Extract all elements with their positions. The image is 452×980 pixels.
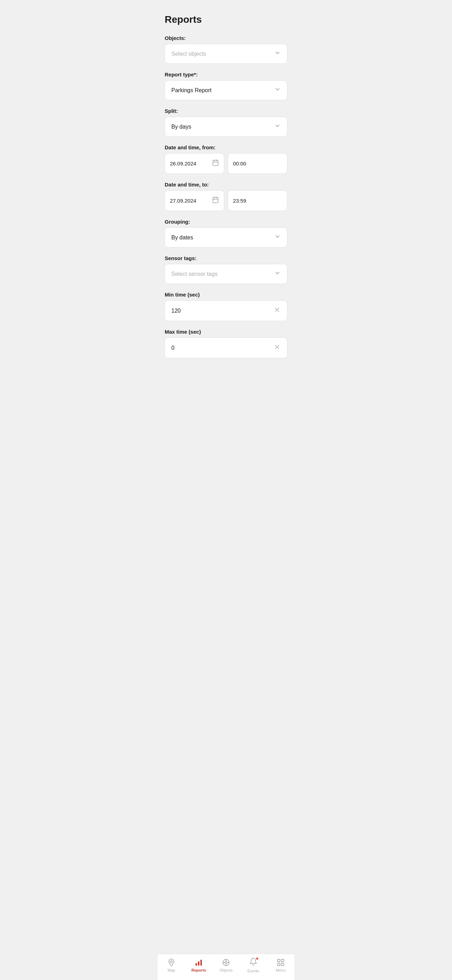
date-from-value: 26.09.2024 (170, 161, 196, 167)
grouping-field-group: Grouping: By dates (165, 219, 287, 247)
nav-item-objects[interactable]: Objects (212, 958, 240, 972)
date-from-row: 26.09.2024 00:00 (165, 153, 287, 174)
split-select[interactable]: By days (165, 117, 287, 137)
svg-point-12 (170, 961, 172, 963)
time-from-picker[interactable]: 00:00 (228, 153, 287, 174)
max-time-label: Max time (sec) (165, 329, 287, 335)
report-type-select[interactable]: Parkings Report (165, 80, 287, 100)
split-field-group: Split: By days (165, 108, 287, 137)
reports-icon (194, 958, 203, 967)
date-to-picker[interactable]: 27.09.2024 (165, 190, 224, 211)
report-type-label: Report type*: (165, 72, 287, 78)
min-time-field-group: Min time (sec) 120 (165, 292, 287, 321)
calendar-icon (212, 159, 219, 168)
map-icon (167, 958, 175, 967)
chevron-down-icon (274, 86, 281, 94)
svg-rect-4 (213, 197, 218, 203)
nav-item-reports[interactable]: Reports (185, 958, 212, 972)
objects-field-group: Objects: Select objects (165, 35, 287, 64)
clear-max-time-icon[interactable] (274, 344, 281, 352)
date-to-label: Date and time, to: (165, 181, 287, 188)
objects-placeholder: Select objects (171, 51, 206, 57)
date-to-field-group: Date and time, to: 27.09.2024 23:59 (165, 181, 287, 211)
sensor-tags-label: Sensor tags: (165, 255, 287, 261)
svg-rect-15 (201, 960, 202, 966)
svg-rect-24 (277, 963, 280, 966)
calendar-icon (212, 196, 219, 205)
svg-rect-23 (282, 959, 284, 962)
min-time-input[interactable]: 120 (165, 301, 287, 321)
max-time-field-group: Max time (sec) 0 (165, 329, 287, 358)
svg-rect-0 (213, 160, 218, 165)
date-from-picker[interactable]: 26.09.2024 (165, 153, 224, 174)
date-to-value: 27.09.2024 (170, 198, 196, 204)
nav-map-label: Map (167, 968, 175, 972)
min-time-value: 120 (171, 308, 181, 314)
nav-item-events[interactable]: Events (240, 958, 267, 973)
split-label: Split: (165, 108, 287, 114)
report-type-value: Parkings Report (171, 87, 212, 94)
sensor-tags-select[interactable]: Select sensor tags (165, 264, 287, 284)
notification-badge (255, 957, 259, 960)
sensor-tags-placeholder: Select sensor tags (171, 271, 218, 277)
nav-reports-label: Reports (191, 968, 206, 972)
date-from-field-group: Date and time, from: 26.09.2024 00:00 (165, 145, 287, 174)
objects-icon (222, 958, 230, 967)
chevron-down-icon (274, 234, 281, 242)
svg-rect-14 (198, 961, 199, 966)
svg-rect-22 (277, 959, 280, 962)
grouping-label: Grouping: (165, 219, 287, 225)
chevron-down-icon (274, 50, 281, 58)
menu-icon (277, 958, 285, 967)
max-time-input[interactable]: 0 (165, 337, 287, 358)
bottom-nav: Map Reports Objects (158, 954, 294, 980)
report-type-field-group: Report type*: Parkings Report (165, 72, 287, 100)
chevron-down-icon (274, 270, 281, 278)
max-time-value: 0 (171, 345, 175, 351)
objects-select[interactable]: Select objects (165, 44, 287, 64)
nav-item-menu[interactable]: Menu (267, 958, 294, 972)
grouping-value: By dates (171, 234, 193, 241)
sensor-tags-field-group: Sensor tags: Select sensor tags (165, 255, 287, 284)
split-value: By days (171, 124, 191, 130)
nav-objects-label: Objects (220, 968, 232, 972)
nav-events-label: Events (247, 969, 259, 973)
time-to-picker[interactable]: 23:59 (228, 190, 287, 211)
nav-item-map[interactable]: Map (158, 958, 185, 972)
grouping-select[interactable]: By dates (165, 228, 287, 247)
chevron-down-icon (274, 123, 281, 131)
events-icon-wrapper (249, 958, 258, 967)
date-to-row: 27.09.2024 23:59 (165, 190, 287, 211)
date-from-label: Date and time, from: (165, 145, 287, 150)
svg-rect-25 (282, 963, 284, 966)
page-title: Reports (165, 14, 287, 25)
min-time-label: Min time (sec) (165, 292, 287, 298)
time-to-value: 23:59 (233, 198, 246, 204)
nav-menu-label: Menu (276, 968, 286, 972)
objects-label: Objects: (165, 35, 287, 41)
clear-min-time-icon[interactable] (274, 306, 281, 315)
page-content: Reports Objects: Select objects Report t… (158, 0, 294, 980)
time-from-value: 00:00 (233, 161, 246, 167)
svg-rect-13 (196, 963, 197, 966)
